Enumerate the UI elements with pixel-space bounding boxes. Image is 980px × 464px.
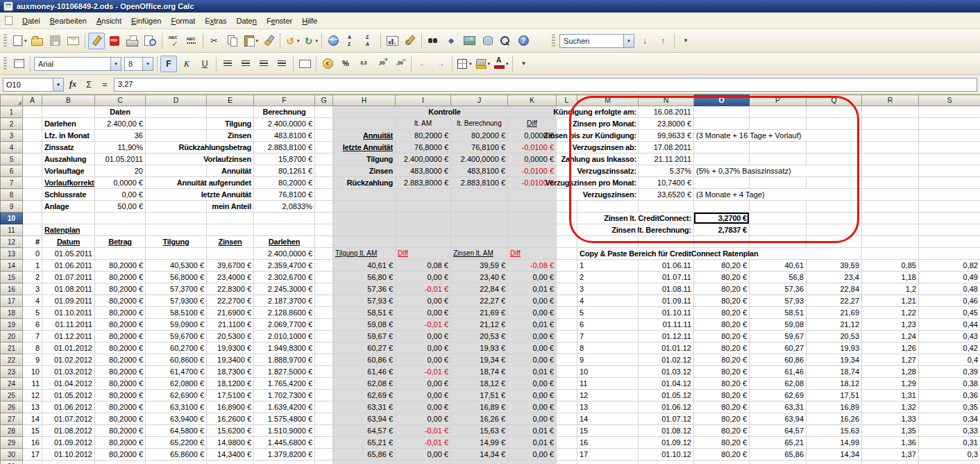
- cell-G27[interactable]: [315, 413, 333, 425]
- send-email-button[interactable]: [65, 33, 82, 49]
- cell-H9[interactable]: [333, 201, 396, 213]
- cell-G30[interactable]: [315, 449, 333, 461]
- cell-L12[interactable]: [557, 236, 577, 248]
- cell-J26[interactable]: 16,89 €: [451, 401, 508, 413]
- cell-F31[interactable]: [254, 461, 315, 464]
- cell-S13[interactable]: [919, 248, 980, 260]
- cell-I25[interactable]: 0,00 €: [396, 390, 451, 401]
- cell-H3[interactable]: Annuität: [333, 130, 396, 142]
- cell-K11[interactable]: [508, 224, 557, 236]
- cell-I15[interactable]: 0,00 €: [396, 272, 451, 283]
- cell-D11[interactable]: [146, 224, 207, 236]
- bold-button[interactable]: F: [160, 56, 177, 72]
- cell-S31[interactable]: [919, 461, 980, 464]
- cell-N12[interactable]: [639, 236, 694, 248]
- cell-J31[interactable]: [451, 461, 508, 464]
- cell-F4[interactable]: 2.883,8100 €: [254, 142, 315, 154]
- cell-G14[interactable]: [315, 260, 333, 272]
- row-header-19[interactable]: 19: [1, 319, 23, 331]
- cell-O10[interactable]: 3,2700 €: [694, 213, 750, 224]
- cell-S4[interactable]: [919, 142, 980, 154]
- cell-O15[interactable]: 80,20 €: [694, 272, 750, 283]
- cell-H27[interactable]: 63,94 €: [333, 413, 396, 425]
- column-header-C[interactable]: C: [95, 95, 146, 106]
- cell-O25[interactable]: 80,20 €: [694, 390, 750, 401]
- column-header-G[interactable]: G: [315, 95, 333, 106]
- cell-A1[interactable]: [23, 106, 42, 118]
- cell-P9[interactable]: [750, 201, 806, 213]
- cell-F8[interactable]: 76,8100 €: [254, 189, 315, 201]
- cell-M19[interactable]: 6: [577, 319, 639, 331]
- cell-J7[interactable]: 2.883,8100 €: [451, 177, 508, 189]
- cell-R14[interactable]: 0,85: [862, 260, 919, 272]
- cell-H29[interactable]: 65,21 €: [333, 437, 396, 449]
- cell-A23[interactable]: 10: [23, 366, 42, 378]
- cell-H12[interactable]: [333, 236, 396, 248]
- row-header-20[interactable]: 20: [1, 331, 23, 342]
- cell-E16[interactable]: 22,8300 €: [207, 283, 254, 295]
- row-header-31[interactable]: 31: [1, 461, 23, 464]
- cell-N5[interactable]: 21.11.2011: [639, 154, 694, 165]
- cell-A20[interactable]: 7: [23, 331, 42, 342]
- cell-A15[interactable]: 2: [23, 272, 42, 283]
- cell-F26[interactable]: 1.639,4200 €: [254, 401, 315, 413]
- cell-D21[interactable]: 60,2700 €: [146, 342, 207, 354]
- row-header-2[interactable]: 2: [1, 118, 23, 130]
- row-header-14[interactable]: 14: [1, 260, 23, 272]
- cell-L31[interactable]: [557, 461, 577, 464]
- cell-A17[interactable]: 4: [23, 295, 42, 307]
- cell-S11[interactable]: [919, 224, 980, 236]
- toolbar-grip[interactable]: [3, 34, 7, 48]
- cell-I10[interactable]: [396, 213, 451, 224]
- cell-R21[interactable]: 1,26: [862, 342, 919, 354]
- cell-S1[interactable]: [919, 106, 980, 118]
- cell-L16[interactable]: [557, 283, 577, 295]
- cell-Q31[interactable]: [806, 461, 862, 464]
- cell-P29[interactable]: 65,21: [750, 437, 806, 449]
- cell-P5[interactable]: [750, 154, 806, 165]
- cell-M11[interactable]: Zinsen lt. Berechnung:: [577, 224, 694, 236]
- cell-D24[interactable]: 62,0800 €: [146, 378, 207, 390]
- cell-S26[interactable]: 0,35: [919, 401, 980, 413]
- borders-dropdown-icon[interactable]: ▾: [469, 61, 472, 67]
- cell-Q21[interactable]: 19,93: [806, 342, 862, 354]
- cell-D20[interactable]: 59,6700 €: [146, 331, 207, 342]
- cell-O17[interactable]: 80,20 €: [694, 295, 750, 307]
- cell-N6[interactable]: 5,37%: [639, 165, 694, 177]
- cell-F11[interactable]: [254, 224, 315, 236]
- cell-L3[interactable]: Zinsen bis zur Kündigung:: [557, 130, 639, 142]
- cell-S23[interactable]: 0,39: [919, 366, 980, 378]
- cell-L15[interactable]: [557, 272, 577, 283]
- font-name-dropdown-icon[interactable]: ▾: [110, 58, 121, 70]
- cell-K23[interactable]: 0,01 €: [508, 366, 557, 378]
- row-header-23[interactable]: 23: [1, 366, 23, 378]
- cell-S5[interactable]: [919, 154, 980, 165]
- cell-Q4[interactable]: [806, 142, 862, 154]
- cell-F19[interactable]: 2.069,7700 €: [254, 319, 315, 331]
- insert-chart-button[interactable]: [384, 33, 400, 49]
- cell-H22[interactable]: 60,86 €: [333, 354, 396, 366]
- cell-S15[interactable]: 0,49: [919, 272, 980, 283]
- cell-E26[interactable]: 16,8900 €: [207, 401, 254, 413]
- cell-D3[interactable]: [146, 130, 207, 142]
- cell-H18[interactable]: 58,51 €: [333, 307, 396, 319]
- cell-M28[interactable]: 15: [577, 425, 639, 437]
- cell-H2[interactable]: [333, 118, 396, 130]
- cell-L23[interactable]: [557, 366, 577, 378]
- cell-G7[interactable]: [315, 177, 333, 189]
- cell-S2[interactable]: [919, 118, 980, 130]
- help-button[interactable]: ?: [515, 33, 532, 49]
- cell-P14[interactable]: 40,61: [750, 260, 806, 272]
- row-header-21[interactable]: 21: [1, 342, 23, 354]
- cell-H17[interactable]: 57,93 €: [333, 295, 396, 307]
- row-header-11[interactable]: 11: [1, 224, 23, 236]
- cell-B30[interactable]: 01.10.2012: [42, 449, 95, 461]
- cell-I7[interactable]: 2.883,8000 €: [396, 177, 451, 189]
- cell-A22[interactable]: 9: [23, 354, 42, 366]
- zoom-button[interactable]: [497, 33, 514, 49]
- cell-L13[interactable]: [557, 248, 577, 260]
- cell-Q2[interactable]: [806, 118, 862, 130]
- cell-O31[interactable]: [694, 461, 750, 464]
- cell-P26[interactable]: 63,31: [750, 401, 806, 413]
- cell-G2[interactable]: [315, 118, 333, 130]
